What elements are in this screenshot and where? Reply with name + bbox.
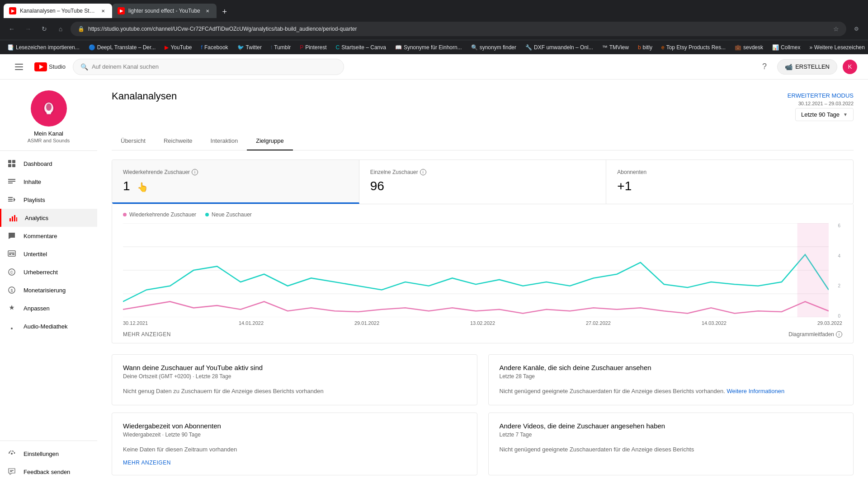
tab-uebersicht[interactable]: Übersicht bbox=[112, 132, 155, 150]
help-button[interactable]: ? bbox=[757, 60, 772, 74]
tab-close-2[interactable]: ✕ bbox=[204, 7, 211, 14]
svg-rect-6 bbox=[8, 160, 11, 163]
svg-rect-24 bbox=[9, 253, 14, 253]
bookmark-twitter[interactable]: 🐦 Twitter bbox=[234, 43, 265, 52]
sidebar-item-einstellungen[interactable]: Einstellungen bbox=[0, 445, 97, 463]
sidebar-item-feedback[interactable]: Feedback senden bbox=[0, 463, 97, 481]
info-icon-wiederkehrende[interactable]: i bbox=[192, 169, 198, 175]
channel-info: Mein Kanal ASMR and Sounds bbox=[0, 83, 97, 151]
metric-card-abonnenten[interactable]: Abonnenten +1 bbox=[606, 160, 853, 204]
svg-rect-14 bbox=[8, 199, 13, 200]
other-channels-subtitle: Letzte 28 Tage bbox=[500, 373, 843, 380]
dashboard-label: Dashboard bbox=[24, 160, 52, 167]
bookmark-collmex[interactable]: 📊 Collmex bbox=[769, 43, 804, 52]
monetarisierung-label: Monetarisierung bbox=[24, 287, 66, 294]
info-icon-einzelne[interactable]: i bbox=[420, 169, 426, 175]
youtube-logo-svg bbox=[34, 62, 47, 71]
audio-mediathek-label: Audio-Mediathek bbox=[24, 323, 68, 330]
svg-text:$: $ bbox=[11, 288, 13, 293]
tab-title-2: lighter sound effect - YouTube bbox=[128, 8, 200, 14]
kommentare-icon bbox=[7, 231, 16, 240]
svg-marker-16 bbox=[14, 197, 15, 202]
reload-button[interactable]: ↻ bbox=[38, 23, 51, 35]
bookmark-dxf[interactable]: 🔧 DXF umwandeln – Onl... bbox=[522, 43, 597, 52]
back-button[interactable]: ← bbox=[5, 23, 18, 35]
y-label-2: 2 bbox=[838, 283, 840, 288]
sidebar-item-anpassen[interactable]: Anpassen bbox=[0, 299, 97, 317]
anpassen-icon bbox=[7, 304, 16, 313]
lock-icon: 🔒 bbox=[78, 26, 85, 32]
bookmark-synonyme-label: Synonyme für Einhorn... bbox=[404, 44, 462, 51]
bookmark-canva[interactable]: C Startseite – Canva bbox=[332, 43, 390, 52]
active-times-title: Wann deine Zuschauer auf YouTube aktiv s… bbox=[123, 364, 466, 371]
bookmark-etsy[interactable]: e Top Etsy Products Res... bbox=[658, 43, 729, 52]
metric-card-wiederkehrende[interactable]: Wiederkehrende Zuschauer i 1 👆 bbox=[112, 160, 359, 204]
tumblr-icon: t bbox=[271, 44, 272, 51]
mehr-anzeigen-button[interactable]: MEHR ANZEIGEN bbox=[123, 331, 171, 338]
bookmark-youtube[interactable]: ▶ YouTube bbox=[161, 43, 195, 52]
forward-button[interactable]: → bbox=[22, 23, 34, 35]
metric-card-einzelne[interactable]: Einzelne Zuschauer i 96 bbox=[359, 160, 607, 204]
metric-value-wiederkehrende: 1 👆 bbox=[123, 179, 348, 193]
bookmark-synonym[interactable]: 🔍 synonym finder bbox=[467, 43, 520, 52]
address-input[interactable]: 🔒 https://studio.youtube.com/channel/UCv… bbox=[71, 22, 846, 36]
search-input[interactable] bbox=[92, 63, 336, 70]
tab-bar: ▶ Kanalanalysen – YouTube Studio ✕ ▶ lig… bbox=[0, 0, 868, 18]
create-button[interactable]: 📹 ERSTELLEN bbox=[777, 59, 837, 75]
sidebar-item-untertitel[interactable]: Untertitel bbox=[0, 245, 97, 263]
bookmark-facebook[interactable]: f Facebook bbox=[198, 43, 232, 52]
legend-wiederkehrende: Wiederkehrende Zuschauer bbox=[123, 211, 196, 218]
new-tab-button[interactable]: + bbox=[218, 5, 231, 18]
home-button[interactable]: ⌂ bbox=[54, 23, 67, 35]
bookmark-tumblr[interactable]: t Tumblr bbox=[267, 43, 294, 52]
sidebar-item-kommentare[interactable]: Kommentare bbox=[0, 227, 97, 245]
sidebar-item-analytics[interactable]: Analytics bbox=[0, 209, 97, 227]
sidebar-item-urheberrecht[interactable]: © Urheberrecht bbox=[0, 263, 97, 281]
x-label-2: 29.01.2022 bbox=[354, 320, 379, 326]
tab-zielgruppe[interactable]: Zielgruppe bbox=[247, 132, 292, 150]
tab-favicon-1: ▶ bbox=[9, 7, 16, 14]
search-bar[interactable]: 🔍 bbox=[73, 59, 344, 75]
weitere-informationen-link[interactable]: Weitere Informationen bbox=[727, 388, 785, 394]
bookmark-star-icon[interactable]: ☆ bbox=[833, 25, 839, 33]
user-avatar[interactable]: K bbox=[843, 60, 857, 74]
main-layout: Mein Kanal ASMR and Sounds Dashboard Inh… bbox=[0, 80, 868, 488]
sidebar-item-playlists[interactable]: Playlists bbox=[0, 191, 97, 209]
bookmark-synonyme[interactable]: 📖 Synonyme für Einhorn... bbox=[392, 43, 466, 52]
svg-rect-19 bbox=[14, 215, 15, 221]
tab-reichweite[interactable]: Reichweite bbox=[155, 132, 202, 150]
info-icon-diagramm[interactable]: i bbox=[836, 331, 842, 338]
tab-active[interactable]: ▶ Kanalanalysen – YouTube Studio ✕ bbox=[4, 4, 112, 18]
bitly-icon: b bbox=[638, 44, 641, 51]
untertitel-icon bbox=[7, 249, 16, 258]
chevron-down-icon: ▼ bbox=[843, 112, 848, 117]
extensions-button[interactable]: ⚙ bbox=[850, 23, 863, 35]
sidebar-item-dashboard[interactable]: Dashboard bbox=[0, 155, 97, 173]
channel-name: Mein Kanal bbox=[34, 130, 63, 137]
diagrammleitfaden[interactable]: Diagrammleitfaden i bbox=[788, 331, 842, 338]
bookmark-item[interactable]: 📑 Lesezeichen importieren... bbox=[4, 43, 83, 52]
bookmark-etsy-label: Top Etsy Products Res... bbox=[666, 44, 726, 51]
bookmark-bitly[interactable]: b bitly bbox=[634, 43, 656, 52]
y-label-0: 0 bbox=[838, 314, 840, 319]
einstellungen-icon bbox=[7, 449, 16, 458]
bookmark-tmview[interactable]: ™ TMView bbox=[599, 43, 632, 52]
collmex-icon: 📊 bbox=[772, 44, 779, 51]
tab-inactive[interactable]: ▶ lighter sound effect - YouTube ✕ bbox=[112, 4, 217, 18]
x-label-4: 27.02.2022 bbox=[586, 320, 611, 326]
mehr-anzeigen-watchtime[interactable]: MEHR ANZEIGEN bbox=[123, 460, 171, 466]
bookmark-sevdesk[interactable]: 💼 sevdesk bbox=[731, 43, 767, 52]
hamburger-menu-button[interactable] bbox=[11, 59, 27, 75]
camera-icon: 📹 bbox=[785, 63, 793, 70]
tab-close-1[interactable]: ✕ bbox=[99, 7, 107, 14]
date-dropdown[interactable]: Letzte 90 Tage ▼ bbox=[795, 108, 854, 121]
bookmark-pinterest[interactable]: P Pinterest bbox=[296, 43, 330, 52]
sidebar-item-audio-mediathek[interactable]: Audio-Mediathek bbox=[0, 317, 97, 335]
monetarisierung-icon: $ bbox=[7, 286, 16, 295]
tab-interaktion[interactable]: Interaktion bbox=[202, 132, 247, 150]
bookmark-deepl[interactable]: 🔵 DeepL Translate – Der... bbox=[85, 43, 160, 52]
sidebar-item-inhalte[interactable]: Inhalte bbox=[0, 173, 97, 191]
sidebar-item-monetarisierung[interactable]: $ Monetarisierung bbox=[0, 281, 97, 299]
bookmark-more[interactable]: » Weitere Lesezeichen bbox=[806, 43, 868, 52]
erweiterter-modus-button[interactable]: ERWEITERTER MODUS bbox=[788, 92, 854, 99]
